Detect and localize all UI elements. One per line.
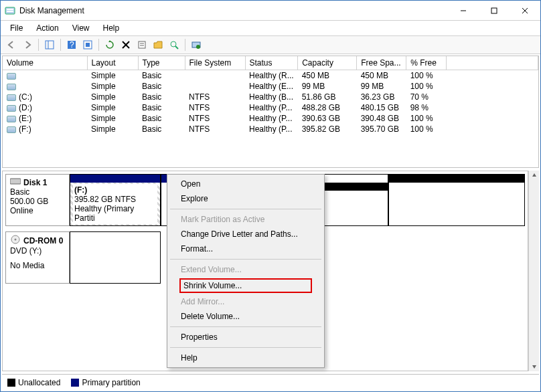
ctx-extend: Extend Volume... (169, 262, 323, 277)
ctx-open[interactable]: Open (169, 177, 323, 191)
folder-icon[interactable] (151, 38, 165, 52)
window-title: Disk Management (19, 6, 448, 15)
volume-icon (7, 116, 16, 122)
menu-view[interactable]: View (66, 22, 96, 34)
svg-point-18 (171, 41, 176, 47)
col-capacity[interactable]: Capacity (298, 56, 357, 70)
rescan-icon[interactable] (189, 38, 203, 52)
col-volume[interactable]: Volume (3, 56, 87, 70)
titlebar: Disk Management (1, 1, 540, 21)
legend: Unallocated Primary partition (2, 374, 539, 390)
context-menu: Open Explore Mark Partition as Active Ch… (167, 174, 325, 368)
ctx-shrink[interactable]: Shrink Volume... (169, 277, 323, 294)
col-free[interactable]: Free Spa... (357, 56, 406, 70)
disk-icon (10, 177, 21, 187)
table-row[interactable]: (D:)SimpleBasicNTFSHealthy (P...488.28 G… (3, 102, 538, 113)
volume-icon (7, 126, 16, 133)
volume-icon (7, 73, 16, 80)
ctx-delete[interactable]: Delete Volume... (169, 309, 323, 324)
volume-list: Volume Layout Type File System Status Ca… (2, 56, 539, 168)
table-row[interactable]: (E:)SimpleBasicNTFSHealthy (P...390.63 G… (3, 113, 538, 124)
menu-help[interactable]: Help (96, 22, 127, 34)
table-row[interactable]: (F:)SimpleBasicNTFSHealthy (P...395.82 G… (3, 124, 538, 134)
ctx-change-letter[interactable]: Change Drive Letter and Paths... (169, 227, 323, 241)
view-icon[interactable] (43, 38, 56, 52)
col-fs[interactable]: File System (185, 56, 245, 70)
partition-f[interactable]: (F:) 395.82 GB NTFS Healthy (Primary Par… (70, 174, 161, 226)
disk1-label[interactable]: Disk 1 Basic 500.00 GB Online (5, 174, 70, 226)
col-layout[interactable]: Layout (87, 56, 138, 70)
refresh-icon[interactable] (103, 38, 117, 52)
scroll-up-icon[interactable] (530, 171, 539, 180)
svg-rect-15 (139, 41, 145, 48)
ctx-format[interactable]: Format... (169, 241, 323, 256)
table-row[interactable]: (C:)SimpleBasicNTFSHealthy (B...51.86 GB… (3, 92, 538, 102)
forward-icon[interactable] (21, 38, 34, 52)
col-type[interactable]: Type (138, 56, 185, 70)
app-icon (5, 5, 15, 16)
svg-text:?: ? (70, 40, 74, 50)
volume-icon (7, 94, 16, 101)
menu-file[interactable]: File (3, 22, 29, 34)
col-pct[interactable]: % Free (406, 56, 447, 70)
svg-rect-1 (7, 9, 13, 10)
back-icon[interactable] (5, 38, 18, 52)
cdrom-label[interactable]: CD-ROM 0 DVD (Y:) No Media (5, 231, 70, 284)
properties-icon[interactable] (135, 38, 149, 52)
scroll-down-icon[interactable] (530, 362, 539, 371)
toolbar: ? (1, 35, 540, 54)
ctx-mark-active: Mark Partition as Active (169, 212, 323, 227)
ctx-explore[interactable]: Explore (169, 191, 323, 206)
search-disk-icon[interactable] (167, 38, 181, 52)
partition-unallocated-large[interactable] (388, 174, 525, 226)
black-x-icon[interactable] (119, 38, 133, 52)
svg-rect-7 (46, 41, 54, 49)
content: Volume Layout Type File System Status Ca… (1, 54, 540, 391)
cdrom-partition[interactable] (70, 231, 161, 284)
disk-graphical-view: Disk 1 Basic 500.00 GB Online (F:) 395.8… (2, 171, 528, 371)
volume-icon (7, 84, 16, 90)
maximize-button[interactable] (479, 1, 510, 21)
legend-swatch-unallocated (7, 379, 15, 387)
svg-point-21 (196, 45, 200, 49)
help-icon[interactable]: ? (65, 38, 78, 52)
ctx-properties[interactable]: Properties (169, 330, 323, 345)
vertical-scrollbar[interactable] (528, 171, 539, 371)
table-row[interactable]: SimpleBasicHealthy (E...99 MB99 MB100 % (3, 81, 538, 92)
table-row[interactable]: SimpleBasicHealthy (R...450 MB450 MB100 … (3, 70, 538, 82)
cdrom-icon (10, 235, 21, 246)
menubar: File Action View Help (1, 21, 540, 35)
volume-icon (7, 105, 16, 112)
ctx-help[interactable]: Help (169, 351, 323, 365)
col-status[interactable]: Status (245, 56, 298, 70)
svg-point-24 (15, 239, 17, 241)
menu-action[interactable]: Action (29, 22, 65, 34)
svg-rect-2 (7, 11, 13, 12)
close-button[interactable] (510, 1, 540, 21)
disk-management-window: Disk Management File Action View Help ? (0, 0, 541, 392)
legend-swatch-primary (71, 379, 79, 387)
minimize-button[interactable] (448, 1, 479, 21)
svg-rect-12 (86, 43, 90, 47)
ctx-add-mirror: Add Mirror... (169, 294, 323, 309)
svg-line-19 (175, 46, 178, 49)
svg-rect-22 (10, 179, 21, 184)
svg-rect-4 (491, 8, 497, 13)
settings-icon[interactable] (81, 38, 94, 52)
